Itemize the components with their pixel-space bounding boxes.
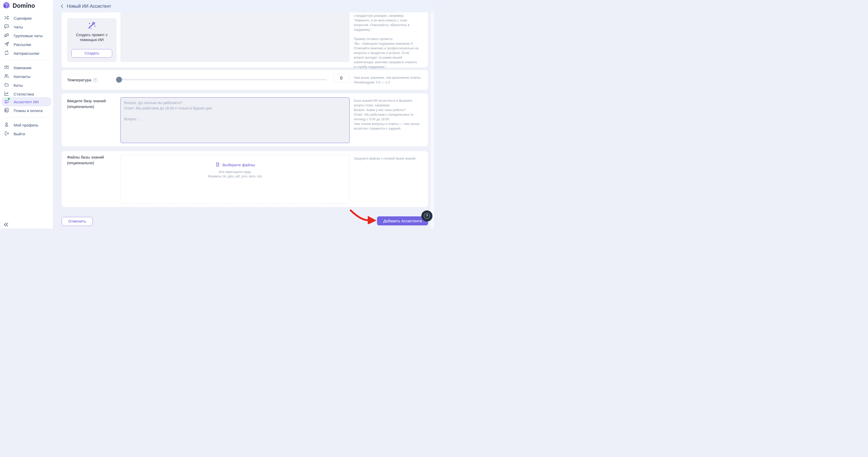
knowledge-base-label: Введите базу знаний (опционально)	[67, 98, 106, 110]
sidebar-item-label: Мой профиль	[14, 123, 38, 127]
logo[interactable]: Domıno	[3, 1, 35, 10]
files-label: Файлы базы знаний (опционально)	[67, 154, 104, 166]
repeat-icon	[4, 50, 9, 56]
page-header: Новый ИИ Ассистент	[53, 0, 434, 12]
sidebar-collapse-icon[interactable]	[3, 222, 10, 228]
sidebar: Domıno Сценарии Чаты Групповые чаты Расс…	[0, 0, 53, 229]
knowledge-base-hint: База знаний ИИ ассистента в формате вопр…	[354, 98, 420, 131]
group-chat-icon	[4, 32, 9, 39]
sidebar-item-company[interactable]: Компания	[2, 63, 51, 72]
temperature-label-row: Температура ?	[67, 78, 97, 82]
sidebar-item-label: Контакты	[14, 74, 30, 79]
prompt-hint: стандартную реакцию, например: "Извините…	[354, 13, 419, 69]
temperature-input[interactable]: 0	[333, 74, 349, 83]
back-icon[interactable]	[60, 4, 65, 9]
formats-hint: Форматы: txt, pptx, pdf, json, docx, doc	[121, 174, 349, 179]
create-prompt-button[interactable]: Создать	[71, 49, 112, 58]
question-icon: ?	[424, 213, 430, 219]
sidebar-item-label: Чаты	[14, 25, 23, 29]
billing-icon	[4, 107, 9, 114]
page-title: Новый ИИ Ассистент	[67, 4, 111, 9]
domino-cube-icon	[3, 1, 10, 10]
sidebar-item-label: Рассылки	[14, 42, 31, 47]
stats-icon	[4, 91, 9, 97]
company-icon	[4, 64, 9, 71]
sidebar-item-label: Групповые чаты	[14, 34, 42, 38]
files-hint: Загрузите файлы с готовой базой знаний.	[354, 156, 427, 161]
temperature-hint: Чем выше значение, тем креативнее ответы…	[354, 76, 422, 85]
sidebar-item-profile[interactable]: Мой профиль	[2, 121, 51, 129]
sidebar-item-label: Авторассылки	[14, 51, 39, 56]
sidebar-item-contacts[interactable]: Контакты	[2, 72, 51, 81]
temperature-slider-thumb[interactable]	[116, 77, 122, 83]
ai-assistant-icon	[4, 98, 9, 105]
bot-icon	[4, 82, 9, 88]
ai-card-title: Создать промпт с помощью ИИ	[67, 32, 117, 42]
ai-prompt-card: Создать промпт с помощью ИИ Создать	[67, 18, 117, 62]
annotation-arrow	[349, 209, 379, 224]
chat-icon	[4, 24, 9, 30]
sidebar-item-label: Планы и оплата	[14, 109, 42, 113]
temperature-slider-track[interactable]	[119, 79, 327, 80]
logout-icon	[4, 131, 9, 137]
drag-hint: Или перетащите сюда.	[121, 170, 349, 174]
sidebar-item-group-chats[interactable]: Групповые чаты	[2, 31, 51, 40]
file-icon	[215, 162, 220, 168]
sidebar-item-label: Выйти	[14, 132, 25, 136]
files-dropzone[interactable]: Выберите файлы Или перетащите сюда. Форм…	[120, 155, 350, 204]
brand-wordmark: Domıno	[12, 2, 35, 9]
sidebar-item-bots[interactable]: Боты	[2, 81, 51, 89]
prompt-input[interactable]	[120, 12, 350, 62]
cancel-button[interactable]: Отменить	[62, 217, 93, 226]
sidebar-item-label: Боты	[14, 83, 23, 88]
knowledge-base-textarea[interactable]	[120, 97, 350, 143]
brand-i-dot	[26, 3, 28, 4]
sidebar-item-ai-assistant[interactable]: Ассистент ИИ	[2, 97, 51, 106]
add-assistant-button[interactable]: Добавить Ассистента	[377, 217, 428, 225]
sidebar-item-logout[interactable]: Выйти	[2, 130, 51, 138]
scrollbar-gutter[interactable]	[431, 12, 434, 229]
sidebar-item-scenarios[interactable]: Сценарии	[2, 14, 51, 22]
sidebar-item-label: Статистика	[14, 92, 34, 96]
temperature-label: Температура	[67, 78, 91, 82]
contacts-icon	[4, 73, 9, 80]
app-root: Domıno Сценарии Чаты Групповые чаты Расс…	[0, 0, 434, 229]
sidebar-item-chats[interactable]: Чаты	[2, 23, 51, 31]
shuffle-icon	[4, 15, 9, 21]
temperature-help-icon[interactable]: ?	[93, 78, 97, 82]
sidebar-item-autobroadcasts[interactable]: Авторассылки	[2, 49, 51, 57]
sidebar-item-broadcasts[interactable]: Рассылки	[2, 40, 51, 49]
sidebar-item-label: Компания	[14, 65, 31, 70]
profile-icon	[4, 122, 9, 128]
sidebar-item-label: Ассистент ИИ	[14, 99, 39, 104]
sidebar-item-label: Сценарии	[14, 16, 31, 20]
sidebar-item-billing[interactable]: Планы и оплата	[2, 106, 51, 115]
choose-files-button[interactable]: Выберите файлы	[222, 163, 255, 167]
magic-wand-icon	[67, 21, 117, 32]
send-icon	[4, 41, 9, 48]
online-dot	[8, 98, 10, 100]
help-widget-button[interactable]: ?	[422, 210, 432, 222]
